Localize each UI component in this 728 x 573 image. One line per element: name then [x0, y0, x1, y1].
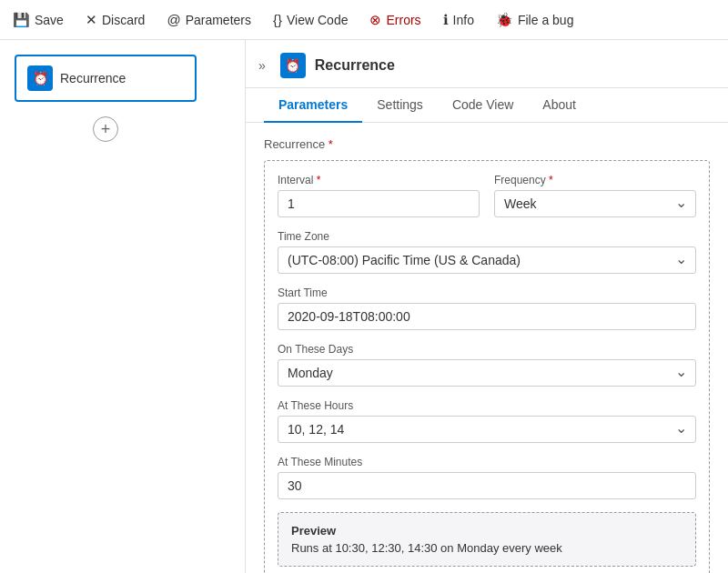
at-these-minutes-input[interactable]: [278, 472, 696, 499]
recurrence-node[interactable]: ⏰ Recurrence: [15, 55, 197, 102]
frequency-select[interactable]: Week Day Hour Minute Month: [494, 190, 696, 217]
on-these-days-select-wrapper: Monday Tuesday Wednesday Thursday Friday…: [278, 359, 696, 387]
frequency-label: Frequency: [494, 174, 696, 186]
view-code-button[interactable]: {} View Code: [271, 8, 349, 31]
on-these-days-select[interactable]: Monday Tuesday Wednesday Thursday Friday…: [278, 359, 696, 387]
start-time-label: Start Time: [278, 286, 696, 299]
info-button[interactable]: ℹ Info: [441, 8, 476, 32]
on-these-days-label: On These Days: [278, 343, 696, 356]
main-layout: ⏰ Recurrence + » ⏰ Recurrence Parameters…: [0, 40, 728, 573]
preview-title: Preview: [291, 524, 682, 538]
errors-icon: ⊗: [369, 12, 381, 28]
on-these-days-group: On These Days Monday Tuesday Wednesday T…: [278, 343, 696, 387]
interval-label: Interval: [278, 174, 480, 186]
errors-button[interactable]: ⊗ Errors: [368, 8, 422, 32]
interval-input[interactable]: [278, 190, 480, 217]
tab-parameters[interactable]: Parameters: [264, 88, 362, 123]
rp-title-icon: ⏰: [280, 53, 306, 78]
collapse-button[interactable]: »: [253, 56, 271, 75]
start-time-group: Start Time: [278, 286, 696, 330]
rp-header: » ⏰ Recurrence: [246, 40, 728, 88]
frequency-col: Frequency Week Day Hour Minute Month: [494, 174, 696, 217]
parameters-button[interactable]: @ Parameters: [165, 8, 253, 31]
timezone-select[interactable]: (UTC-08:00) Pacific Time (US & Canada) (…: [278, 246, 696, 274]
toolbar: 💾 Save ✕ Discard @ Parameters {} View Co…: [0, 0, 728, 40]
at-these-hours-select[interactable]: 10, 12, 14: [278, 416, 696, 443]
code-icon: {}: [273, 12, 282, 27]
at-these-hours-group: At These Hours 10, 12, 14: [278, 399, 696, 443]
add-step-button[interactable]: +: [93, 116, 118, 142]
tab-codeview[interactable]: Code View: [438, 88, 528, 123]
left-panel: ⏰ Recurrence +: [0, 40, 246, 573]
start-time-input[interactable]: [278, 303, 696, 330]
at-these-hours-select-wrapper: 10, 12, 14: [278, 416, 696, 443]
frequency-select-wrapper: Week Day Hour Minute Month: [494, 190, 696, 217]
interval-col: Interval: [278, 174, 480, 217]
at-these-hours-label: At These Hours: [278, 399, 696, 412]
tab-settings[interactable]: Settings: [362, 88, 438, 123]
info-icon: ℹ: [443, 12, 449, 28]
bug-icon: 🐞: [496, 12, 513, 28]
timezone-label: Time Zone: [278, 230, 696, 243]
preview-box: Preview Runs at 10:30, 12:30, 14:30 on M…: [278, 512, 696, 567]
right-panel: » ⏰ Recurrence Parameters Settings Code …: [246, 40, 728, 573]
tab-about[interactable]: About: [528, 88, 591, 123]
at-these-minutes-label: At These Minutes: [278, 456, 696, 468]
node-label: Recurrence: [60, 71, 126, 85]
save-button[interactable]: 💾 Save: [11, 8, 66, 32]
parameters-icon: @: [167, 12, 180, 27]
interval-frequency-row: Interval Frequency Week Day Hour Minute …: [278, 174, 696, 217]
discard-button[interactable]: ✕ Discard: [84, 8, 147, 32]
recurrence-section-label: Recurrence: [264, 137, 710, 151]
rp-content: Recurrence Interval Frequency Week D: [246, 123, 728, 573]
timezone-select-wrapper: (UTC-08:00) Pacific Time (US & Canada) (…: [278, 246, 696, 274]
at-these-minutes-group: At These Minutes: [278, 456, 696, 499]
file-bug-button[interactable]: 🐞 File a bug: [494, 8, 575, 32]
node-icon: ⏰: [27, 65, 53, 91]
timezone-group: Time Zone (UTC-08:00) Pacific Time (US &…: [278, 230, 696, 274]
rp-title: Recurrence: [315, 57, 395, 74]
discard-icon: ✕: [86, 12, 97, 28]
tabs: Parameters Settings Code View About: [246, 88, 728, 123]
preview-text: Runs at 10:30, 12:30, 14:30 on Monday ev…: [291, 541, 682, 555]
recurrence-form-box: Interval Frequency Week Day Hour Minute …: [264, 160, 710, 573]
save-icon: 💾: [13, 12, 30, 28]
